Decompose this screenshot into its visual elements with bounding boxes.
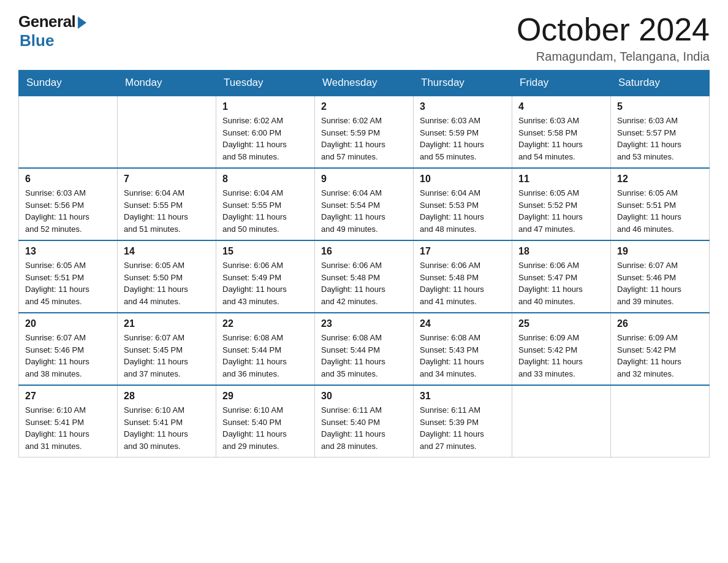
calendar-cell: 13Sunrise: 6:05 AM Sunset: 5:51 PM Dayli… [19, 240, 118, 313]
calendar-cell: 16Sunrise: 6:06 AM Sunset: 5:48 PM Dayli… [315, 240, 414, 313]
calendar-cell: 24Sunrise: 6:08 AM Sunset: 5:43 PM Dayli… [414, 313, 512, 385]
weekday-header-saturday: Saturday [611, 71, 710, 96]
day-number: 10 [420, 174, 506, 185]
calendar-cell: 27Sunrise: 6:10 AM Sunset: 5:41 PM Dayli… [19, 385, 118, 458]
day-number: 26 [617, 318, 703, 329]
subtitle: Ramagundam, Telangana, India [517, 50, 710, 64]
day-number: 3 [420, 101, 506, 112]
calendar-cell: 7Sunrise: 6:04 AM Sunset: 5:55 PM Daylig… [118, 168, 216, 240]
day-info: Sunrise: 6:05 AM Sunset: 5:51 PM Dayligh… [617, 187, 703, 235]
weekday-header-sunday: Sunday [19, 71, 118, 96]
calendar-cell: 9Sunrise: 6:04 AM Sunset: 5:54 PM Daylig… [315, 168, 414, 240]
day-number: 17 [420, 246, 506, 257]
weekday-header-row: SundayMondayTuesdayWednesdayThursdayFrid… [19, 71, 710, 96]
calendar-cell: 14Sunrise: 6:05 AM Sunset: 5:50 PM Dayli… [118, 240, 216, 313]
day-info: Sunrise: 6:03 AM Sunset: 5:58 PM Dayligh… [518, 115, 604, 163]
day-info: Sunrise: 6:02 AM Sunset: 5:59 PM Dayligh… [321, 115, 407, 163]
calendar-cell: 12Sunrise: 6:05 AM Sunset: 5:51 PM Dayli… [611, 168, 710, 240]
calendar-cell: 6Sunrise: 6:03 AM Sunset: 5:56 PM Daylig… [19, 168, 118, 240]
weekday-header-tuesday: Tuesday [216, 71, 315, 96]
week-row-5: 27Sunrise: 6:10 AM Sunset: 5:41 PM Dayli… [19, 385, 710, 458]
day-number: 27 [25, 391, 111, 402]
calendar-cell [611, 385, 710, 458]
week-row-1: 1Sunrise: 6:02 AM Sunset: 6:00 PM Daylig… [19, 96, 710, 168]
day-number: 1 [222, 101, 308, 112]
day-number: 2 [321, 101, 407, 112]
weekday-header-wednesday: Wednesday [315, 71, 414, 96]
day-number: 30 [321, 391, 407, 402]
day-info: Sunrise: 6:11 AM Sunset: 5:39 PM Dayligh… [420, 404, 506, 452]
calendar-cell: 10Sunrise: 6:04 AM Sunset: 5:53 PM Dayli… [414, 168, 512, 240]
day-number: 22 [222, 318, 308, 329]
calendar-cell: 31Sunrise: 6:11 AM Sunset: 5:39 PM Dayli… [414, 385, 512, 458]
day-number: 11 [518, 174, 604, 185]
day-number: 21 [124, 318, 210, 329]
day-number: 18 [518, 246, 604, 257]
day-info: Sunrise: 6:10 AM Sunset: 5:41 PM Dayligh… [124, 404, 210, 452]
day-number: 8 [222, 174, 308, 185]
day-info: Sunrise: 6:07 AM Sunset: 5:46 PM Dayligh… [617, 259, 703, 307]
page-header: General Blue October 2024 Ramagundam, Te… [18, 12, 710, 64]
calendar-cell: 5Sunrise: 6:03 AM Sunset: 5:57 PM Daylig… [611, 96, 710, 168]
day-number: 31 [420, 391, 506, 402]
day-number: 20 [25, 318, 111, 329]
day-info: Sunrise: 6:09 AM Sunset: 5:42 PM Dayligh… [518, 332, 604, 380]
day-number: 24 [420, 318, 506, 329]
calendar-cell [118, 96, 216, 168]
day-info: Sunrise: 6:03 AM Sunset: 5:57 PM Dayligh… [617, 115, 703, 163]
day-number: 6 [25, 174, 111, 185]
day-info: Sunrise: 6:07 AM Sunset: 5:45 PM Dayligh… [124, 332, 210, 380]
calendar-cell: 20Sunrise: 6:07 AM Sunset: 5:46 PM Dayli… [19, 313, 118, 385]
calendar-cell: 3Sunrise: 6:03 AM Sunset: 5:59 PM Daylig… [414, 96, 512, 168]
calendar-cell: 26Sunrise: 6:09 AM Sunset: 5:42 PM Dayli… [611, 313, 710, 385]
logo-general: General [18, 12, 75, 31]
day-number: 7 [124, 174, 210, 185]
week-row-2: 6Sunrise: 6:03 AM Sunset: 5:56 PM Daylig… [19, 168, 710, 240]
page-title: October 2024 [517, 12, 710, 47]
day-info: Sunrise: 6:08 AM Sunset: 5:44 PM Dayligh… [222, 332, 308, 380]
week-row-3: 13Sunrise: 6:05 AM Sunset: 5:51 PM Dayli… [19, 240, 710, 313]
calendar-cell: 15Sunrise: 6:06 AM Sunset: 5:49 PM Dayli… [216, 240, 315, 313]
day-number: 25 [518, 318, 604, 329]
day-number: 15 [222, 246, 308, 257]
day-number: 28 [124, 391, 210, 402]
week-row-4: 20Sunrise: 6:07 AM Sunset: 5:46 PM Dayli… [19, 313, 710, 385]
day-number: 12 [617, 174, 703, 185]
calendar-cell: 17Sunrise: 6:06 AM Sunset: 5:48 PM Dayli… [414, 240, 512, 313]
logo: General Blue [18, 12, 86, 50]
day-number: 29 [222, 391, 308, 402]
day-info: Sunrise: 6:04 AM Sunset: 5:55 PM Dayligh… [222, 187, 308, 235]
day-info: Sunrise: 6:05 AM Sunset: 5:51 PM Dayligh… [25, 259, 111, 307]
calendar-cell: 19Sunrise: 6:07 AM Sunset: 5:46 PM Dayli… [611, 240, 710, 313]
day-info: Sunrise: 6:04 AM Sunset: 5:53 PM Dayligh… [420, 187, 506, 235]
weekday-header-friday: Friday [512, 71, 611, 96]
calendar-table: SundayMondayTuesdayWednesdayThursdayFrid… [18, 70, 710, 458]
day-info: Sunrise: 6:08 AM Sunset: 5:43 PM Dayligh… [420, 332, 506, 380]
weekday-header-monday: Monday [118, 71, 216, 96]
day-number: 4 [518, 101, 604, 112]
day-info: Sunrise: 6:06 AM Sunset: 5:49 PM Dayligh… [222, 259, 308, 307]
day-info: Sunrise: 6:10 AM Sunset: 5:41 PM Dayligh… [25, 404, 111, 452]
day-info: Sunrise: 6:06 AM Sunset: 5:48 PM Dayligh… [420, 259, 506, 307]
day-info: Sunrise: 6:10 AM Sunset: 5:40 PM Dayligh… [222, 404, 308, 452]
day-info: Sunrise: 6:11 AM Sunset: 5:40 PM Dayligh… [321, 404, 407, 452]
day-info: Sunrise: 6:05 AM Sunset: 5:52 PM Dayligh… [518, 187, 604, 235]
day-number: 23 [321, 318, 407, 329]
calendar-cell: 29Sunrise: 6:10 AM Sunset: 5:40 PM Dayli… [216, 385, 315, 458]
day-number: 19 [617, 246, 703, 257]
title-section: October 2024 Ramagundam, Telangana, Indi… [517, 12, 710, 64]
day-info: Sunrise: 6:03 AM Sunset: 5:59 PM Dayligh… [420, 115, 506, 163]
logo-arrow-icon [78, 17, 86, 29]
day-info: Sunrise: 6:03 AM Sunset: 5:56 PM Dayligh… [25, 187, 111, 235]
calendar-cell: 2Sunrise: 6:02 AM Sunset: 5:59 PM Daylig… [315, 96, 414, 168]
day-info: Sunrise: 6:05 AM Sunset: 5:50 PM Dayligh… [124, 259, 210, 307]
calendar-cell: 28Sunrise: 6:10 AM Sunset: 5:41 PM Dayli… [118, 385, 216, 458]
day-number: 9 [321, 174, 407, 185]
calendar-cell: 25Sunrise: 6:09 AM Sunset: 5:42 PM Dayli… [512, 313, 611, 385]
calendar-cell: 8Sunrise: 6:04 AM Sunset: 5:55 PM Daylig… [216, 168, 315, 240]
calendar-cell: 22Sunrise: 6:08 AM Sunset: 5:44 PM Dayli… [216, 313, 315, 385]
calendar-cell: 11Sunrise: 6:05 AM Sunset: 5:52 PM Dayli… [512, 168, 611, 240]
day-info: Sunrise: 6:09 AM Sunset: 5:42 PM Dayligh… [617, 332, 703, 380]
day-number: 13 [25, 246, 111, 257]
logo-blue: Blue [20, 31, 86, 50]
